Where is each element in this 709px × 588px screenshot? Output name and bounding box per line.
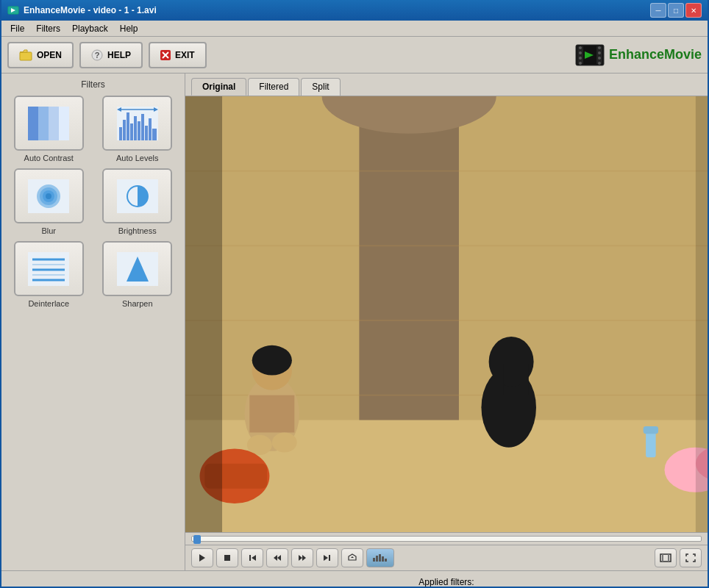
svg-rect-104 [385, 559, 387, 562]
svg-point-16 [598, 46, 601, 49]
logo-icon [575, 44, 605, 66]
rewind-icon [273, 553, 282, 562]
filter-icon-deinterlace[interactable] [14, 241, 84, 296]
svg-rect-87 [696, 96, 708, 532]
minimize-button[interactable]: ─ [650, 3, 666, 18]
menu-filters[interactable]: Filters [30, 22, 66, 35]
stop-button[interactable] [216, 548, 238, 567]
play-button[interactable] [191, 548, 213, 567]
bottom-right: Applied filters: Customize [185, 571, 708, 588]
filter-label-sharpen: Sharpen [122, 299, 153, 308]
svg-rect-76 [496, 364, 504, 395]
filter-icon-sharpen[interactable] [102, 241, 172, 296]
menu-file[interactable]: File [4, 22, 30, 35]
play-icon [198, 553, 207, 562]
svg-rect-97 [329, 555, 330, 561]
brightness-icon [115, 178, 160, 215]
exit-label: EXIT [175, 50, 195, 60]
svg-point-12 [579, 46, 582, 49]
skip-end-icon [323, 553, 332, 562]
exit-button[interactable]: EXIT [149, 42, 207, 68]
applied-filters-label: Applied filters: [191, 577, 702, 587]
fullscreen-button[interactable] [680, 548, 702, 567]
filter-label-deinterlace: Deinterlace [28, 299, 69, 308]
open-icon [19, 49, 32, 61]
fast-forward-icon [298, 553, 307, 562]
svg-marker-92 [274, 555, 277, 561]
tab-split[interactable]: Split [301, 78, 340, 96]
help-button[interactable]: ? HELP [79, 42, 143, 68]
svg-point-72 [272, 432, 297, 452]
video-frame [185, 96, 708, 532]
svg-rect-35 [149, 118, 152, 140]
title-bar-controls: ─ □ ✕ [650, 3, 702, 18]
right-panel: Original Filtered Split [185, 74, 708, 570]
menu-playback[interactable]: Playback [66, 22, 114, 35]
stop-icon [223, 553, 232, 562]
svg-marker-94 [299, 555, 302, 561]
filters-panel: Filters Auto Contrast [1, 74, 185, 570]
filter-icon-brightness[interactable] [102, 168, 172, 223]
filter-item-auto-levels: Auto Levels [96, 96, 179, 162]
video-tabs: Original Filtered Split [185, 74, 708, 96]
maximize-button[interactable]: □ [668, 3, 684, 18]
svg-marker-95 [302, 555, 306, 561]
tab-filtered[interactable]: Filtered [248, 78, 299, 96]
svg-point-44 [46, 193, 51, 199]
svg-rect-81 [644, 426, 658, 434]
filters-title: Filters [7, 79, 179, 90]
exit-icon [160, 50, 171, 60]
skip-end-button[interactable] [316, 548, 338, 567]
histogram-button[interactable] [366, 548, 394, 567]
auto-levels-icon [115, 105, 160, 142]
export-icon [347, 553, 357, 562]
title-bar-left: EnhanceMovie - video - 1 - 1.avi [7, 4, 157, 16]
svg-rect-27 [119, 127, 122, 140]
rewind-button[interactable] [266, 548, 288, 567]
svg-rect-70 [249, 395, 294, 433]
timeline-thumb[interactable] [193, 535, 201, 544]
tab-original[interactable]: Original [191, 78, 246, 96]
filter-label-brightness: Brightness [118, 226, 157, 235]
help-icon: ? [91, 49, 103, 61]
svg-point-14 [579, 57, 582, 60]
svg-rect-100 [373, 558, 375, 562]
svg-point-17 [598, 51, 601, 54]
svg-marker-91 [252, 555, 256, 561]
filter-icon-blur[interactable] [14, 168, 84, 223]
skip-start-button[interactable] [241, 548, 263, 567]
filter-icon-auto-contrast[interactable] [14, 96, 84, 151]
app-icon [7, 4, 19, 16]
open-button[interactable]: OPEN [7, 42, 74, 68]
logo-area: EnhanceMovie [575, 44, 702, 66]
svg-rect-34 [145, 126, 148, 140]
video-display [185, 96, 708, 532]
menu-bar: File Filters Playback Help [1, 21, 708, 37]
close-button[interactable]: ✕ [685, 3, 702, 18]
export-button[interactable] [341, 548, 363, 567]
filter-label-blur: Blur [41, 226, 56, 235]
auto-contrast-icon [26, 105, 71, 142]
logo-text: EnhanceMovie [609, 47, 702, 62]
filter-item-blur: Blur [7, 168, 90, 235]
svg-rect-33 [141, 114, 144, 140]
menu-help[interactable]: Help [114, 22, 144, 35]
fullscreen-icon [685, 553, 696, 562]
histogram-icon [372, 553, 388, 562]
svg-point-19 [598, 62, 601, 65]
timeline-track[interactable] [191, 536, 702, 542]
filter-item-deinterlace: Deinterlace [7, 241, 90, 308]
svg-rect-23 [38, 107, 49, 140]
filter-icon-auto-levels[interactable] [102, 96, 172, 151]
svg-text:?: ? [95, 51, 100, 60]
fast-forward-button[interactable] [291, 548, 313, 567]
svg-point-13 [579, 51, 582, 54]
filter-item-brightness: Brightness [96, 168, 179, 235]
svg-rect-36 [152, 129, 157, 140]
svg-marker-88 [199, 554, 205, 562]
filter-label-auto-levels: Auto Levels [116, 154, 158, 162]
svg-rect-31 [134, 116, 137, 140]
svg-rect-102 [379, 554, 381, 562]
frame-button[interactable] [655, 548, 677, 567]
svg-rect-28 [123, 120, 126, 140]
